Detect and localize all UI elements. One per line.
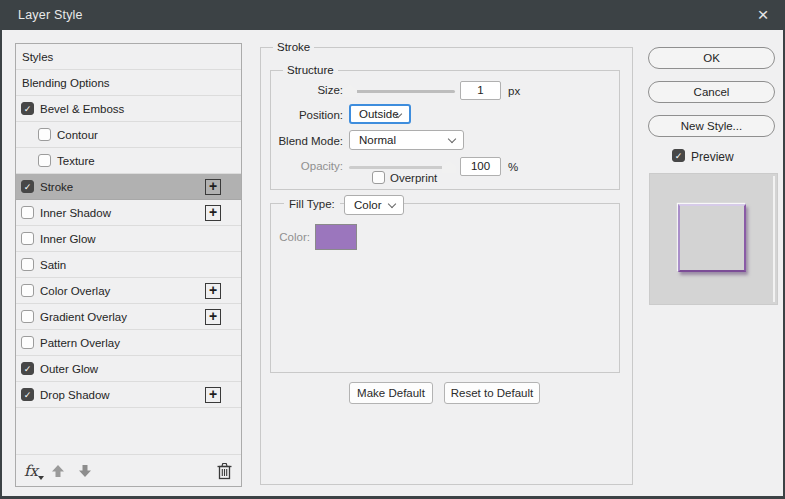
- size-unit-label: px: [508, 85, 520, 97]
- sidebar-item-drop-shadow[interactable]: ✓Drop Shadow+: [16, 382, 241, 408]
- blend-mode-label: Blend Mode:: [260, 135, 343, 147]
- sidebar-item-label: Stroke: [40, 181, 73, 193]
- fill-type-value: Color: [354, 199, 381, 211]
- blend-mode-value: Normal: [359, 134, 396, 146]
- opacity-label: Opacity:: [260, 160, 343, 172]
- overprint-label: Overprint: [390, 172, 460, 184]
- sidebar-item-label: Inner Glow: [40, 233, 96, 245]
- sidebar-item-texture[interactable]: Texture: [16, 148, 241, 174]
- structure-group-title: Structure: [283, 64, 338, 76]
- add-effect-button[interactable]: +: [205, 205, 221, 221]
- effect-checkbox[interactable]: ✓: [21, 180, 34, 193]
- size-input[interactable]: 1: [460, 81, 501, 100]
- effect-checkbox[interactable]: ✓: [21, 388, 34, 401]
- add-effect-button[interactable]: +: [205, 309, 221, 325]
- move-up-icon[interactable]: [51, 464, 65, 478]
- title-bar[interactable]: Layer Style: [0, 0, 785, 30]
- sidebar-item-label: Bevel & Emboss: [40, 103, 124, 115]
- chevron-down-icon: [388, 200, 396, 208]
- position-dropdown[interactable]: Outside: [349, 104, 411, 124]
- dialog-title: Layer Style: [18, 8, 83, 22]
- sidebar-item-label: Texture: [57, 155, 95, 167]
- sidebar-item-gradient-overlay[interactable]: Gradient Overlay+: [16, 304, 241, 330]
- effect-checkbox[interactable]: [38, 154, 51, 167]
- sidebar-item-label: Satin: [40, 259, 66, 271]
- sidebar-footer: fx: [16, 454, 241, 486]
- add-effect-button[interactable]: +: [205, 387, 221, 403]
- add-effect-button[interactable]: +: [205, 283, 221, 299]
- sidebar-item-contour[interactable]: Contour: [16, 122, 241, 148]
- sidebar-item-pattern-overlay[interactable]: Pattern Overlay: [16, 330, 241, 356]
- color-label: Color:: [240, 231, 310, 243]
- make-default-button[interactable]: Make Default: [349, 382, 433, 404]
- sidebar-item-label: Blending Options: [22, 77, 110, 89]
- preview-label: Preview: [691, 150, 751, 164]
- effect-checkbox[interactable]: [21, 206, 34, 219]
- opacity-slider-track[interactable]: [349, 166, 455, 169]
- sidebar-item-label: Pattern Overlay: [40, 337, 120, 349]
- size-slider-track[interactable]: [349, 90, 455, 93]
- sidebar-item-label: Contour: [57, 129, 98, 141]
- sidebar-item-styles[interactable]: Styles: [16, 44, 241, 70]
- sidebar-item-inner-glow[interactable]: Inner Glow: [16, 226, 241, 252]
- sidebar-item-blending-options[interactable]: Blending Options: [16, 70, 241, 96]
- ok-button[interactable]: OK: [648, 47, 775, 69]
- fill-type-label: Fill Type:: [284, 196, 340, 213]
- blend-mode-dropdown[interactable]: Normal: [349, 130, 464, 150]
- effect-checkbox[interactable]: [21, 232, 34, 245]
- move-down-icon[interactable]: [78, 464, 92, 478]
- sidebar-item-label: Outer Glow: [40, 363, 98, 375]
- fx-menu-button[interactable]: fx: [24, 462, 38, 480]
- preview-edge-highlight: [773, 176, 775, 302]
- overprint-checkbox[interactable]: [372, 171, 385, 184]
- effect-checkbox[interactable]: [21, 336, 34, 349]
- preview-checkbox[interactable]: ✓: [672, 149, 685, 162]
- style-preview-thumbnail: [678, 204, 746, 272]
- style-preview-panel: [649, 173, 778, 305]
- sidebar-item-bevel-emboss[interactable]: ✓Bevel & Emboss: [16, 96, 241, 122]
- effect-checkbox[interactable]: [38, 128, 51, 141]
- sidebar-item-label: Drop Shadow: [40, 389, 110, 401]
- close-icon[interactable]: ×: [751, 4, 775, 28]
- sidebar-item-inner-shadow[interactable]: Inner Shadow+: [16, 200, 241, 226]
- layer-style-dialog: Layer Style × StylesBlending Options✓Bev…: [0, 0, 785, 499]
- reset-to-default-button[interactable]: Reset to Default: [444, 382, 540, 404]
- styles-sidebar: StylesBlending Options✓Bevel & EmbossCon…: [15, 43, 242, 487]
- stroke-color-swatch[interactable]: [315, 224, 357, 250]
- effect-checkbox[interactable]: ✓: [21, 102, 34, 115]
- sidebar-item-color-overlay[interactable]: Color Overlay+: [16, 278, 241, 304]
- effect-checkbox[interactable]: ✓: [21, 362, 34, 375]
- effect-checkbox[interactable]: [21, 258, 34, 271]
- size-label: Size:: [260, 84, 343, 96]
- effect-checkbox[interactable]: [21, 284, 34, 297]
- cancel-button[interactable]: Cancel: [648, 81, 775, 103]
- sidebar-item-satin[interactable]: Satin: [16, 252, 241, 278]
- sidebar-item-label: Inner Shadow: [40, 207, 111, 219]
- chevron-down-icon: [448, 135, 456, 143]
- sidebar-item-label: Gradient Overlay: [40, 311, 127, 323]
- sidebar-item-label: Styles: [22, 51, 53, 63]
- effect-checkbox[interactable]: [21, 310, 34, 323]
- stroke-panel-title: Stroke: [273, 41, 314, 53]
- new-style-button[interactable]: New Style...: [648, 115, 775, 137]
- add-effect-button[interactable]: +: [205, 179, 221, 195]
- fx-caret-icon: [38, 476, 44, 480]
- sidebar-item-label: Color Overlay: [40, 285, 110, 297]
- fill-type-dropdown[interactable]: Color: [344, 195, 404, 215]
- opacity-unit-label: %: [508, 161, 518, 173]
- opacity-input[interactable]: 100: [460, 157, 501, 176]
- sidebar-item-stroke[interactable]: ✓Stroke+: [16, 174, 241, 200]
- position-value: Outside: [359, 108, 399, 120]
- delete-effect-icon[interactable]: [217, 462, 232, 480]
- sidebar-item-outer-glow[interactable]: ✓Outer Glow: [16, 356, 241, 382]
- styles-list: StylesBlending Options✓Bevel & EmbossCon…: [16, 44, 241, 408]
- position-label: Position:: [260, 109, 343, 121]
